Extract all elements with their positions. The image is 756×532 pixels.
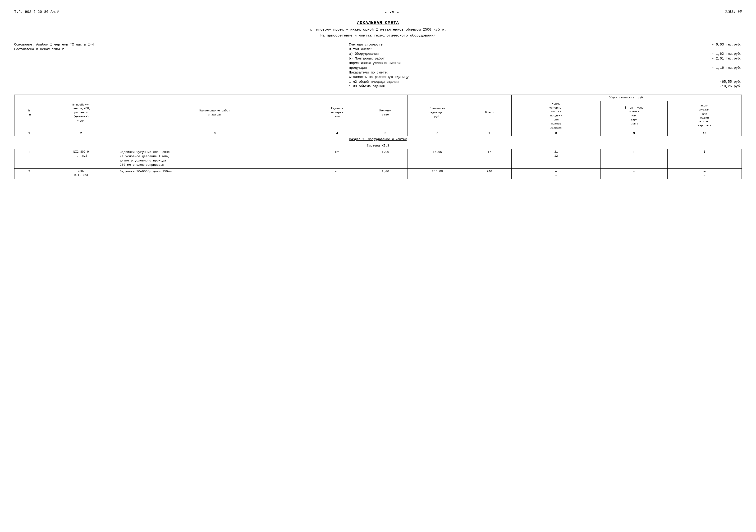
row2-osnov: - [601,168,667,179]
row2-unit-cost: 246,00 [408,168,467,179]
col-header-osnov: В том числеоснов-наязар-плата [601,101,667,131]
cost-label-3: б) Монтажных работ [349,56,712,61]
cost-row-2: а) Оборудования - 1,62 тнс.руб. [349,52,742,56]
info-left: Основание: Альбом I,чертежи ТХ листы I÷4… [14,42,320,89]
cost-label-5: продукция [349,66,712,70]
row2-pp: 2 [14,168,44,179]
cost-row-5: продукция - 1,16 тнс.руб. [349,66,742,70]
row2-eksp: — = [667,168,742,179]
col-num-10: 10 [667,131,742,136]
col-header-price: № прейску-рантов,УСН,расценок(ценника)и … [44,94,118,131]
title-section: ЛОКАЛЬНАЯ СМЕТА к типовому проекту инжек… [14,20,742,38]
cost-row-3: б) Монтажных работ - 2,61 тнс.руб. [349,56,742,61]
cost-value-3: - 2,61 тнс.руб. [712,56,742,61]
col-header-general-cost: Общая стоимость, руб. [512,94,742,101]
row1-eksp: I - [667,149,742,168]
col-header-eksp: эксп-луата-циямашинв т.ч.зарплата [667,101,742,131]
header-left: Т.П. 902-5-20.86 Ал.У [14,10,59,14]
main-title: ЛОКАЛЬНАЯ СМЕТА [14,20,742,26]
col-header-norm: Норм.условно-чистаяпродук-цияпрямыезатра… [512,101,601,131]
page-number: - 75 - [385,10,399,14]
table-row-2: 2 2307п.I-I053 Задвижка 30ч906бр диам.25… [14,168,742,179]
col-num-6: 6 [408,131,467,136]
info-section: Основание: Альбом I,чертежи ТХ листы I÷4… [14,42,742,89]
col-header-qty: Количе-ство [363,94,408,131]
cost-row-8: 1 м2 общей площади здания -65,55 руб. [349,80,742,84]
col-num-5: 5 [363,131,408,136]
cost-label-9: 1 м3 объема здания [349,84,713,89]
col-header-pp: №пп [14,94,44,131]
section1-header: Раздел I. Оборудование и монтаж [14,136,742,143]
main-table: №пп № прейску-рантов,УСН,расценок(ценник… [14,94,742,179]
header-center: - 75 - [385,10,399,15]
row1-qty: I,00 [363,149,408,168]
cost-value-7 [713,75,742,80]
col-header-unit: Единицаизмере-ния [311,94,363,131]
cost-label-4: Нормативная условно-чистая [349,61,713,66]
cost-label-8: 1 м2 общей площади здания [349,80,713,84]
cost-row-0: Сметная стоимость - 6,63 тнс.руб. [349,42,742,47]
row1-name: Задвижки чугунные фланцевые на условное … [118,149,311,168]
col-header-name: Наименование работи затрат [118,94,311,131]
cost-row-1: В том числе: [349,47,742,52]
cost-value-9: -10,26 руб. [713,84,742,89]
row2-name: Задвижка 30ч906бр диам.250мм [118,168,311,179]
doc-ref: Т.П. 902-5-20.86 Ал.У [14,10,59,14]
col-num-8: 8 [512,131,601,136]
doc-number: 21514-05 [725,10,742,14]
title-line2: На приобретение и монтаж технологическог… [14,33,742,38]
cost-label-1: В том числе: [349,47,713,52]
info-right: Сметная стоимость - 6,63 тнс.руб. В том … [349,42,742,89]
cost-row-9: 1 м3 объема здания -10,26 руб. [349,84,742,89]
section1-title: Раздел I. Оборудование и монтаж [14,136,742,143]
cost-label-0: Сметная стоимость [349,42,712,47]
row1-price-ref: ЦI2-802-9т.ч.п.2 [44,149,118,168]
row1-unit-cost: I6,95 [408,149,467,168]
cost-value-1 [713,47,742,52]
row1-osnov: II [601,149,667,168]
cost-row-4: Нормативная условно-чистая [349,61,742,66]
col-num-3: 3 [118,131,311,136]
section1-subtitle: Система К5.3 [14,143,742,149]
col-num-7: 7 [467,131,512,136]
col-header-total: Всего [467,94,512,131]
col-num-9: 9 [601,131,667,136]
table-header-row: №пп № прейску-рантов,УСН,расценок(ценник… [14,94,742,101]
row2-norm: — = [512,168,601,179]
row2-price-ref: 2307п.I-I053 [44,168,118,179]
cost-label-7: Стоимость на расчетную единицу [349,75,713,80]
cost-value-6 [713,70,742,75]
cost-value-5: - 1,16 тнс.руб. [712,66,742,70]
row1-pp: I [14,149,44,168]
col-num-1: 1 [14,131,44,136]
page-header: Т.П. 902-5-20.86 Ал.У - 75 - 21514-05 [14,10,742,15]
row1-norm: 21 12 [512,149,601,168]
cost-value-4 [713,61,742,66]
cost-value-2: - 1,62 тнс.руб. [712,52,742,56]
table-col-numbers-row: 1 2 3 4 5 6 7 8 9 10 [14,131,742,136]
price-year-line: Составлена в ценах 1984 г. [14,47,320,52]
row2-qty: I,00 [363,168,408,179]
col-num-4: 4 [311,131,363,136]
title-line1: к типовому проекту инжекторной I метанте… [14,27,742,32]
col-num-2: 2 [44,131,118,136]
col-header-unit-cost: Стоимостьединицы,руб. [408,94,467,131]
cost-row-7: Стоимость на расчетную единицу [349,75,742,80]
cost-value-8: -65,55 руб. [713,80,742,84]
table-row-1: I ЦI2-802-9т.ч.п.2 Задвижки чугунные фла… [14,149,742,168]
header-right: 21514-05 [725,10,742,14]
row1-unit: шт [311,149,363,168]
cost-value-0: - 6,63 тнс.руб. [712,42,742,47]
section1-sub: Система К5.3 [14,143,742,149]
cost-row-6: Показатели по смете: [349,70,742,75]
row2-total: 246 [467,168,512,179]
cost-label-6: Показатели по смете: [349,70,713,75]
cost-label-2: а) Оборудования [349,52,712,56]
row2-unit: шт [311,168,363,179]
basis-line: Основание: Альбом I,чертежи ТХ листы I÷4 [14,42,320,47]
row1-total: I7 [467,149,512,168]
